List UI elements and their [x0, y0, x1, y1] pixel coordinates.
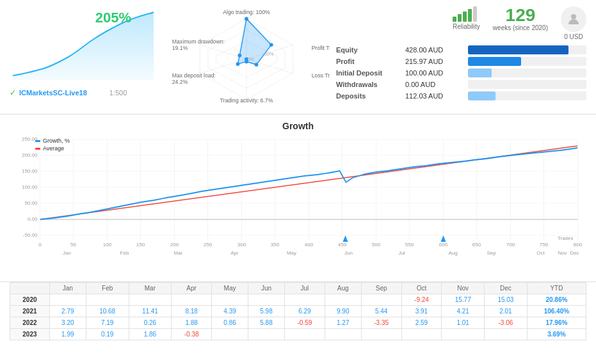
weeks-number: 129: [493, 6, 548, 24]
2021-sep: 5.44: [361, 306, 401, 317]
metric-equity-bar-container: [468, 45, 586, 54]
metric-withdrawals-bar-container: [468, 80, 586, 89]
col-dec: Dec: [485, 283, 528, 294]
account-name[interactable]: ICMarketsSC-Live18: [19, 89, 87, 97]
2021-may: 4.39: [212, 306, 248, 317]
metric-initial-deposit-bar-container: [468, 68, 586, 77]
reliability-bar-4: [468, 9, 472, 22]
2023-apr: -0.38: [172, 329, 212, 340]
svg-text:150.00: 150.00: [22, 168, 38, 174]
radar-section: Algo trading: 100% Profit Trades: 71.4% …: [163, 6, 330, 107]
mini-chart-section: 205% ✓ ICMarketsSC-Live18 1:500: [10, 6, 157, 107]
2022-mar: 0.26: [129, 317, 172, 329]
radar-svg: Algo trading: 100% Profit Trades: 71.4% …: [163, 6, 330, 106]
svg-text:0.00: 0.00: [28, 216, 38, 222]
col-jul: Jul: [284, 283, 325, 294]
svg-text:Jul: Jul: [398, 250, 405, 256]
col-feb: Feb: [86, 283, 129, 294]
year-2021: 2021: [10, 306, 50, 317]
2022-sep: -3.35: [361, 317, 401, 329]
svg-text:Nov: Nov: [558, 250, 567, 256]
monthly-table-body: 2020 -9.24 15.77 15.03 20.86% 2021 2.79 …: [10, 294, 586, 340]
metric-withdrawals-value: 0.00 AUD: [405, 81, 463, 88]
svg-text:200.00: 200.00: [22, 152, 38, 158]
2022-dec: -3.06: [485, 317, 528, 329]
metric-deposits-value: 112.03 AUD: [405, 92, 463, 100]
2022-jan: 3.20: [49, 317, 86, 329]
svg-text:50: 50: [70, 242, 76, 248]
legend-average-label: Average: [43, 145, 64, 152]
svg-text:150: 150: [136, 242, 145, 248]
2023-jul: [284, 329, 325, 340]
radar-0-label: 0%: [248, 57, 254, 61]
legend-growth-dot: [35, 140, 40, 142]
svg-text:550: 550: [405, 242, 414, 248]
reliability-block: Reliability: [453, 6, 480, 40]
col-jun: Jun: [248, 283, 285, 294]
weeks-label: weeks (since 2020): [493, 24, 548, 31]
svg-text:Trades: Trades: [558, 235, 574, 241]
reliability-bar-3: [463, 12, 467, 22]
svg-text:100: 100: [103, 242, 112, 248]
svg-point-16: [571, 14, 576, 19]
svg-text:Oct: Oct: [536, 250, 545, 256]
svg-text:Sep: Sep: [487, 250, 496, 256]
2023-oct: [401, 329, 442, 340]
growth-section: Growth Growth, % Average 250.00 200.00: [0, 115, 596, 282]
reliability-bars: [453, 6, 480, 22]
svg-text:Dec: Dec: [570, 250, 579, 256]
stats-section: Reliability 129 weeks (since 2020) 0 USD: [336, 6, 586, 107]
metric-initial-deposit-value: 100.00 AUD: [405, 69, 463, 77]
2023-may: [212, 329, 248, 340]
2020-nov: 15.77: [442, 294, 485, 306]
2022-jun: 5.88: [248, 317, 285, 329]
svg-point-15: [238, 54, 241, 58]
metric-deposits-label: Deposits: [336, 92, 400, 100]
2023-nov: [442, 329, 485, 340]
metric-equity: Equity 428.00 AUD: [336, 45, 586, 54]
trade-marker-1: [343, 235, 348, 242]
growth-title: Growth: [10, 121, 586, 131]
2023-dec: [485, 329, 528, 340]
col-sep: Sep: [361, 283, 401, 294]
svg-text:300: 300: [238, 242, 246, 248]
reliability-label: Reliability: [453, 23, 480, 30]
year-2020: 2020: [10, 294, 50, 306]
metric-initial-deposit: Initial Deposit 100.00 AUD: [336, 68, 586, 77]
shield-icon: ✓: [10, 88, 16, 97]
svg-point-14: [236, 62, 240, 66]
account-avatar: [561, 6, 586, 32]
trade-marker-2: [441, 235, 446, 242]
svg-text:Aug: Aug: [448, 250, 457, 256]
2022-aug: 1.27: [325, 317, 361, 329]
2022-nov: 1.01: [442, 317, 485, 329]
radar-drawdown-value: 19.1%: [172, 45, 188, 51]
metric-equity-value: 428.00 AUD: [405, 46, 463, 54]
2023-ytd: 3.69%: [527, 329, 586, 340]
svg-text:200: 200: [170, 242, 179, 248]
2023-jun: [248, 329, 285, 340]
metric-deposits-bar-container: [468, 91, 586, 100]
reliability-bar-1: [453, 17, 456, 22]
2020-aug: [325, 294, 361, 306]
legend-average: Average: [35, 145, 70, 152]
metric-initial-deposit-bar: [468, 68, 492, 77]
account-usd-label: 0 USD: [561, 33, 586, 40]
table-row-2022: 2022 3.20 7.19 0.26 1.88 0.86 5.88 -0.59…: [10, 317, 586, 329]
col-year: [10, 283, 50, 294]
radar-50-label: 50%: [264, 51, 274, 57]
2020-ytd: 20.86%: [527, 294, 586, 306]
growth-percent: 205%: [95, 10, 131, 26]
legend-average-dot: [35, 148, 40, 150]
2022-apr: 1.88: [172, 317, 212, 329]
2021-nov: 4.21: [442, 306, 485, 317]
col-nov: Nov: [442, 283, 485, 294]
svg-text:-50.00: -50.00: [23, 232, 38, 238]
legend-growth-label: Growth, %: [43, 138, 70, 144]
leverage: 1:500: [109, 89, 127, 97]
reliability-bar-5: [473, 6, 477, 22]
reliability-bar-2: [458, 14, 462, 22]
2021-jan: 2.79: [49, 306, 86, 317]
year-2022: 2022: [10, 317, 50, 329]
metric-profit-bar: [468, 57, 521, 66]
